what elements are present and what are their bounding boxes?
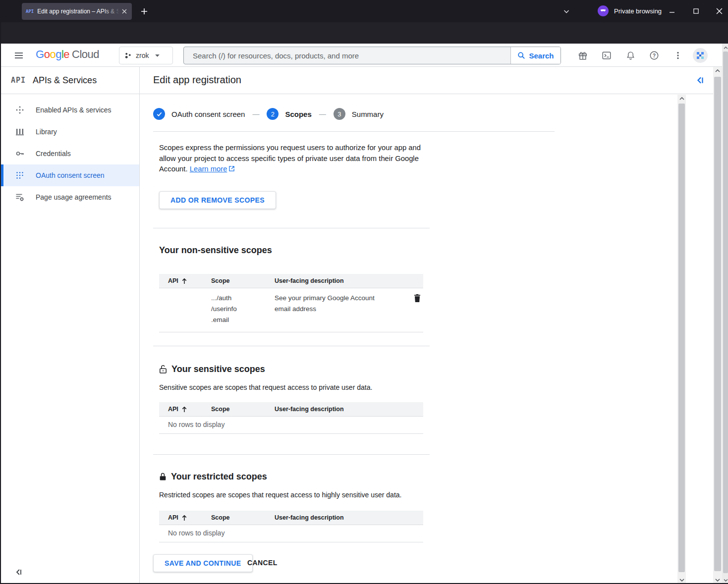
search-input[interactable] (184, 47, 510, 64)
project-picker[interactable]: zrok (119, 47, 173, 64)
sort-ascending-arrow-icon (181, 278, 187, 284)
notifications-bell-icon[interactable] (624, 49, 637, 62)
sidebar-item-label: Credentials (36, 150, 71, 158)
step-separator: — (252, 110, 259, 118)
page-title: Edit app registration (153, 74, 241, 86)
lock-open-icon (159, 365, 167, 374)
empty-table-message: No rows to display (159, 525, 423, 542)
tab-favicon-api: API (26, 9, 34, 14)
tab-close-icon[interactable] (121, 8, 128, 15)
scroll-down-arrow-icon[interactable] (722, 576, 728, 584)
scroll-up-arrow-icon[interactable] (713, 67, 722, 75)
free-trial-gift-icon[interactable] (576, 49, 589, 62)
divider (153, 346, 430, 346)
column-api-sort[interactable]: API (159, 406, 211, 413)
step-label-oauth[interactable]: OAuth consent screen (171, 110, 245, 118)
scrollbar-thumb[interactable] (723, 52, 728, 573)
step-label-summary: Summary (352, 110, 384, 118)
sidebar-item-label: Page usage agreements (36, 193, 112, 201)
sidebar-item-library[interactable]: Library (1, 121, 139, 143)
table-header: API Scope User-facing description (159, 402, 423, 417)
step-number-3: 3 (334, 108, 345, 120)
column-api-sort[interactable]: API (159, 514, 211, 521)
sidebar-item-oauth-consent-screen[interactable]: OAuth consent screen (1, 164, 139, 186)
scroll-up-arrow-icon[interactable] (677, 95, 686, 103)
console-menu-icon[interactable] (13, 50, 25, 61)
non-sensitive-scopes-table: API Scope User-facing description .../au… (159, 274, 423, 332)
window-minimize-button[interactable] (664, 0, 680, 22)
sensitive-scopes-description: Sensitive scopes are scopes that request… (159, 383, 372, 391)
column-scope: Scope (211, 514, 275, 521)
add-or-remove-scopes-button[interactable]: ADD OR REMOVE SCOPES (159, 191, 276, 209)
delete-scope-trash-icon[interactable] (413, 294, 421, 325)
enabled-apis-icon (15, 106, 25, 114)
main-header: Edit app registration (140, 67, 713, 94)
private-browsing-label: Private browsing (614, 7, 662, 15)
browser-scrollbar[interactable] (722, 44, 728, 584)
sidebar-header: API APIs & Services (1, 67, 139, 94)
project-name: zrok (136, 52, 149, 59)
table-header: API Scope User-facing description (159, 274, 423, 288)
divider (153, 131, 555, 132)
sidebar-item-enabled-apis[interactable]: Enabled APIs & services (1, 99, 139, 121)
cloud-shell-icon[interactable] (600, 49, 613, 62)
browser-window: API Edit app registration – APIs & Se Pr… (0, 0, 728, 584)
content-scrollbar[interactable] (677, 95, 686, 584)
more-options-kebab-icon[interactable] (672, 49, 684, 62)
project-icon (124, 52, 132, 59)
scroll-up-arrow-icon[interactable] (722, 44, 728, 52)
step-label-scopes: Scopes (285, 110, 311, 118)
sidebar-item-label: OAuth consent screen (36, 171, 105, 179)
divider (153, 454, 430, 455)
sidebar-item-page-usage-agreements[interactable]: Page usage agreements (1, 186, 139, 208)
column-api-sort[interactable]: API (159, 277, 211, 284)
learn-more-link[interactable]: Learn more (190, 165, 227, 173)
scopes-intro-text: Scopes express the permissions you reque… (159, 143, 433, 175)
table-header: API Scope User-facing description (159, 511, 423, 525)
search-button[interactable]: Search (510, 47, 560, 64)
scroll-down-arrow-icon[interactable] (713, 576, 722, 584)
column-description: User-facing description (275, 406, 393, 413)
restricted-scopes-title: Your restricted scopes (159, 472, 267, 482)
api-logo: API (11, 76, 26, 85)
scope-value: .../auth /userinfo .email (211, 293, 275, 325)
non-sensitive-scopes-title: Your non-sensitive scopes (159, 245, 272, 256)
tab-bar: API Edit app registration – APIs & Se Pr… (1, 0, 728, 22)
empty-table-message: No rows to display (159, 417, 423, 434)
lock-closed-icon (159, 472, 167, 481)
sort-ascending-arrow-icon (181, 515, 187, 521)
column-description: User-facing description (275, 277, 393, 284)
list-tabs-chevron-icon[interactable] (560, 5, 573, 18)
sidebar: API APIs & Services Enabled APIs & servi… (1, 67, 140, 584)
console-scrollbar[interactable] (713, 67, 722, 584)
window-maximize-button[interactable] (687, 0, 704, 22)
sidebar-title: APIs & Services (33, 75, 97, 86)
google-cloud-logo[interactable]: GoogleCloud (36, 48, 99, 61)
browser-tab[interactable]: API Edit app registration – APIs & Se (22, 3, 132, 20)
project-dropdown-arrow-icon (155, 54, 160, 57)
save-and-continue-button[interactable]: SAVE AND CONTINUE (153, 554, 253, 572)
oauth-consent-icon (15, 171, 25, 179)
window-close-button[interactable] (711, 0, 728, 22)
scroll-down-arrow-icon[interactable] (677, 576, 686, 584)
step-done-check-icon[interactable] (153, 108, 165, 120)
scrollbar-thumb[interactable] (714, 77, 721, 571)
page-usage-icon (15, 193, 25, 202)
account-avatar[interactable] (693, 48, 708, 63)
new-tab-button[interactable] (137, 4, 152, 19)
sidebar-item-credentials[interactable]: Credentials (1, 143, 139, 164)
panel-collapse-icon[interactable] (696, 76, 705, 85)
tab-title: Edit app registration – APIs & Se (37, 8, 118, 15)
table-row: .../auth /userinfo .email See your prima… (159, 288, 423, 332)
restricted-scopes-description: Restricted scopes are scopes that reques… (159, 491, 401, 499)
sensitive-scopes-table: API Scope User-facing description No row… (159, 402, 423, 434)
main-content: OAuth consent screen — 2 Scopes — 3 Summ… (140, 94, 677, 584)
column-scope: Scope (211, 406, 275, 413)
cancel-button[interactable]: CANCEL (247, 559, 278, 567)
sidebar-collapse-icon[interactable] (15, 568, 23, 576)
external-link-icon (228, 165, 235, 172)
credentials-key-icon (15, 149, 25, 158)
private-browsing-indicator: Private browsing (598, 5, 662, 16)
scrollbar-thumb[interactable] (678, 104, 685, 572)
help-icon[interactable]: ? (648, 49, 661, 62)
